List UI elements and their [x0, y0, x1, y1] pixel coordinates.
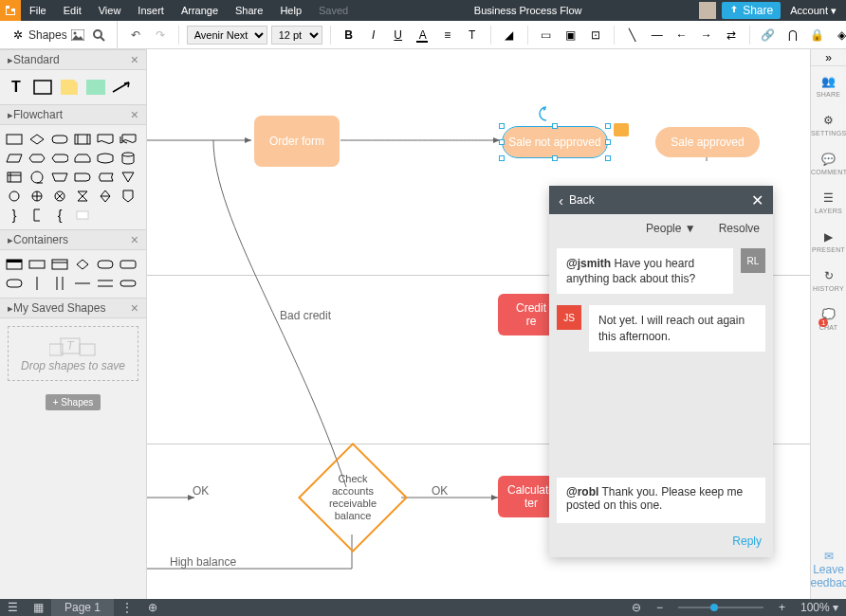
fc-document[interactable] — [95, 131, 116, 148]
line-style-icon[interactable]: — — [649, 27, 666, 44]
fc-manual[interactable] — [72, 150, 93, 167]
drop-shapes-area[interactable]: T Drop shapes to save — [8, 326, 138, 381]
fc-preparation[interactable] — [27, 150, 47, 167]
resolve-button[interactable]: Resolve — [719, 222, 760, 235]
fc-database[interactable] — [118, 150, 138, 167]
ct-8[interactable] — [27, 275, 47, 292]
close-icon[interactable]: ✕ — [751, 191, 763, 209]
doc-title[interactable]: Business Process Flow — [357, 5, 699, 16]
fc-sum[interactable] — [49, 188, 70, 205]
undo-icon[interactable]: ↶ — [127, 27, 144, 44]
close-icon[interactable]: × — [131, 300, 138, 316]
comment-marker-icon[interactable] — [614, 123, 629, 136]
fc-terminator[interactable] — [49, 131, 70, 148]
ct-5[interactable] — [95, 256, 116, 273]
search-icon[interactable] — [90, 27, 107, 44]
ct-6[interactable] — [118, 256, 138, 273]
ct-11[interactable] — [95, 275, 116, 292]
close-icon[interactable]: × — [131, 107, 138, 122]
fc-delay[interactable] — [72, 169, 93, 186]
rail-history[interactable]: ↻HISTORY — [811, 261, 846, 299]
rail-share[interactable]: 👥SHARE — [811, 66, 846, 105]
text-size-icon[interactable]: T — [464, 27, 481, 44]
fc-multidoc[interactable] — [118, 131, 138, 148]
reply-button[interactable]: Reply — [732, 534, 762, 548]
shape-style-icon[interactable]: ▣ — [562, 27, 579, 44]
ct-12[interactable] — [118, 275, 138, 292]
ct-2[interactable] — [27, 256, 47, 273]
ct-9[interactable] — [49, 275, 70, 292]
menu-edit[interactable]: Edit — [55, 5, 90, 16]
fc-data[interactable] — [95, 150, 116, 167]
rail-present[interactable]: ▶PRESENT — [811, 222, 846, 261]
fc-note[interactable] — [27, 207, 47, 224]
menu-file[interactable]: File — [21, 5, 55, 16]
cat-flowchart[interactable]: ▸ Flowchart× — [0, 104, 146, 125]
gear-icon[interactable]: ✲ — [9, 27, 27, 44]
fc-or[interactable] — [27, 188, 47, 205]
grid-view-icon[interactable]: ▦ — [26, 601, 51, 614]
rail-settings[interactable]: ⚙SETTINGS — [811, 105, 846, 144]
magnet-icon[interactable]: ⋂ — [784, 27, 801, 44]
shape-rect[interactable] — [30, 76, 55, 99]
bold-icon[interactable]: B — [340, 27, 358, 44]
menu-arrange[interactable]: Arrange — [173, 5, 227, 16]
node-sale-not-approved[interactable]: Sale not approved — [503, 127, 607, 157]
italic-icon[interactable]: I — [365, 27, 382, 44]
fc-connector[interactable] — [4, 188, 25, 205]
page-menu-icon[interactable]: ⋮ — [114, 601, 140, 614]
cat-mysaved[interactable]: ▸ My Saved Shapes× — [0, 298, 146, 318]
fc-io[interactable] — [4, 150, 25, 167]
align-icon[interactable]: ≡ — [439, 27, 456, 44]
page-tab[interactable]: Page 1 — [51, 599, 114, 616]
fc-offpage[interactable] — [118, 188, 138, 205]
menu-insert[interactable]: Insert — [129, 5, 173, 16]
zoom-slider[interactable] — [678, 607, 763, 608]
fc-stored[interactable] — [95, 169, 116, 186]
shape-text[interactable]: T — [4, 76, 28, 99]
shape-border-icon[interactable]: ▭ — [538, 27, 555, 44]
zoom-fit-icon[interactable]: ⊖ — [624, 601, 649, 614]
node-order-form[interactable]: Order form — [254, 116, 340, 167]
ct-4[interactable] — [72, 256, 93, 273]
fc-merge[interactable] — [118, 169, 138, 186]
fc-tape[interactable] — [27, 169, 47, 186]
arrow-start-icon[interactable]: ← — [673, 27, 690, 44]
fc-decision[interactable] — [27, 131, 47, 148]
zoom-in-icon[interactable]: + — [771, 601, 793, 614]
ct-10[interactable] — [72, 275, 93, 292]
line-icon[interactable]: ╲ — [624, 27, 641, 44]
line-jump-icon[interactable]: ⇄ — [723, 27, 740, 44]
image-icon[interactable] — [69, 27, 86, 44]
ct-1[interactable] — [4, 256, 25, 273]
shape-note[interactable] — [57, 76, 82, 99]
back-button[interactable]: ‹Back — [559, 192, 595, 208]
link-icon[interactable]: 🔗 — [760, 27, 777, 44]
fill-icon[interactable]: ◢ — [501, 27, 518, 44]
fc-collate[interactable] — [72, 188, 93, 205]
lock-icon[interactable]: 🔒 — [809, 27, 826, 44]
logo-icon[interactable] — [0, 0, 21, 21]
zoom-out-icon[interactable]: − — [649, 601, 671, 614]
fc-process[interactable] — [4, 131, 25, 148]
add-shapes-button[interactable]: + Shapes — [46, 394, 101, 410]
fc-sort[interactable] — [95, 188, 116, 205]
shape-adv-icon[interactable]: ⊡ — [587, 27, 604, 44]
fc-predef[interactable] — [72, 131, 93, 148]
share-button[interactable]: Share — [722, 2, 781, 19]
rail-layers[interactable]: ☰LAYERS — [811, 183, 846, 222]
redo-icon[interactable]: ↷ — [152, 27, 169, 44]
font-select[interactable]: Avenir Next — [187, 26, 267, 45]
underline-icon[interactable]: U — [390, 27, 407, 44]
close-icon[interactable]: × — [131, 52, 138, 67]
shape-block[interactable] — [83, 76, 108, 99]
fc-intstorage[interactable] — [4, 169, 25, 186]
ct-3[interactable] — [49, 256, 70, 273]
menu-share[interactable]: Share — [227, 5, 271, 16]
comment-compose[interactable]: @robl Thank you. Please keep me posted o… — [549, 470, 773, 531]
layer-icon[interactable]: ◈ — [834, 27, 846, 44]
account-menu[interactable]: Account ▾ — [781, 5, 846, 17]
rail-chat[interactable]: 💭1CHAT — [811, 299, 846, 338]
menu-help[interactable]: Help — [271, 5, 310, 16]
cat-containers[interactable]: ▸ Containers× — [0, 229, 146, 250]
